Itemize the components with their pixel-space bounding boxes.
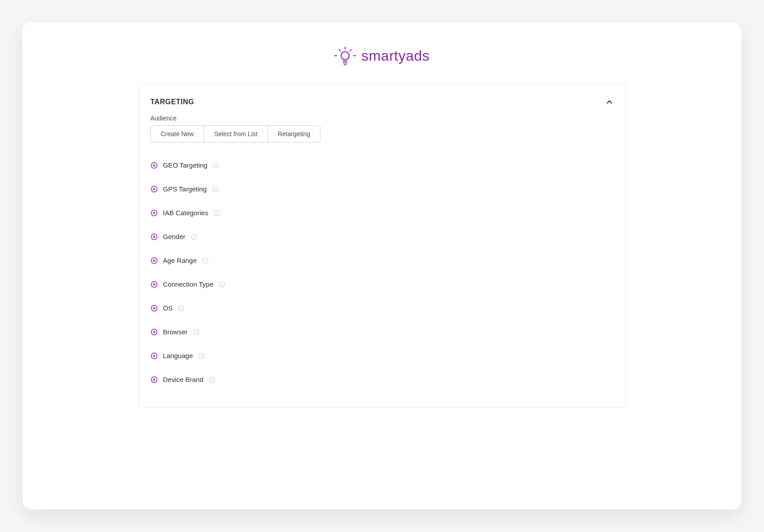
targeting-item-label: IAB Categories bbox=[163, 209, 209, 217]
info-icon[interactable] bbox=[202, 257, 209, 264]
panel-title: TARGETING bbox=[151, 98, 195, 106]
targeting-item-label: GEO Targeting bbox=[163, 161, 208, 169]
targeting-item-label: Browser bbox=[163, 328, 188, 336]
svg-rect-49 bbox=[181, 308, 182, 310]
svg-rect-26 bbox=[217, 211, 217, 212]
retargeting-button[interactable]: Retargeting bbox=[268, 126, 320, 142]
info-icon[interactable] bbox=[209, 377, 215, 383]
info-icon[interactable] bbox=[213, 210, 220, 216]
svg-rect-50 bbox=[181, 306, 182, 307]
svg-rect-43 bbox=[222, 284, 222, 286]
plus-circle-icon bbox=[151, 233, 158, 240]
svg-line-2 bbox=[350, 49, 351, 51]
svg-rect-61 bbox=[201, 355, 202, 357]
targeting-item-iab[interactable]: IAB Categories bbox=[151, 201, 614, 225]
svg-rect-31 bbox=[194, 236, 194, 238]
targeting-item-language[interactable]: Language bbox=[151, 344, 614, 368]
panel-header: TARGETING bbox=[151, 98, 614, 106]
plus-circle-icon bbox=[151, 352, 158, 359]
svg-rect-56 bbox=[196, 330, 196, 331]
plus-circle-icon bbox=[151, 209, 158, 217]
targeting-item-connection-type[interactable]: Connection Type bbox=[151, 272, 614, 296]
targeting-item-label: Age Range bbox=[163, 257, 197, 264]
targeting-item-gps[interactable]: GPS Targeting bbox=[151, 177, 614, 201]
svg-rect-13 bbox=[216, 165, 216, 167]
svg-rect-44 bbox=[222, 283, 222, 283]
svg-rect-20 bbox=[215, 187, 215, 188]
plus-circle-icon bbox=[151, 257, 158, 264]
targeting-item-label: Gender bbox=[163, 233, 186, 240]
svg-rect-68 bbox=[212, 378, 212, 378]
targeting-item-geo[interactable]: GEO Targeting bbox=[151, 153, 614, 177]
svg-rect-19 bbox=[215, 189, 215, 191]
svg-rect-37 bbox=[205, 260, 205, 262]
targeting-item-label: OS bbox=[163, 304, 173, 312]
app-card: smartyads TARGETING Audience Create New … bbox=[22, 22, 742, 510]
chevron-up-icon[interactable] bbox=[605, 98, 614, 106]
plus-circle-icon bbox=[151, 305, 158, 312]
targeting-item-label: Device Brand bbox=[163, 376, 204, 383]
targeting-item-os[interactable]: OS bbox=[151, 296, 614, 320]
plus-circle-icon bbox=[151, 376, 158, 383]
targeting-item-device-brand[interactable]: Device Brand bbox=[151, 368, 614, 391]
svg-rect-62 bbox=[201, 354, 202, 355]
info-icon[interactable] bbox=[213, 162, 219, 168]
plus-circle-icon bbox=[151, 162, 158, 169]
brand-name: smartyads bbox=[361, 48, 430, 64]
targeting-items-list: GEO Targeting GPS Targeting IAB Categori… bbox=[151, 153, 614, 391]
targeting-item-label: GPS Targeting bbox=[163, 185, 207, 193]
info-icon[interactable] bbox=[212, 186, 218, 192]
info-icon[interactable] bbox=[198, 353, 204, 359]
targeting-panel: TARGETING Audience Create New Select fro… bbox=[138, 84, 626, 408]
lightbulb-icon bbox=[334, 45, 356, 66]
svg-rect-38 bbox=[205, 259, 205, 259]
info-icon[interactable] bbox=[193, 329, 200, 335]
targeting-item-gender[interactable]: Gender bbox=[151, 225, 614, 248]
targeting-item-label: Connection Type bbox=[163, 280, 213, 288]
targeting-item-label: Language bbox=[163, 352, 193, 359]
svg-rect-67 bbox=[212, 379, 212, 381]
info-icon[interactable] bbox=[191, 234, 197, 240]
plus-circle-icon bbox=[151, 281, 158, 288]
audience-button-group: Create New Select from List Retargeting bbox=[151, 125, 321, 142]
svg-rect-25 bbox=[217, 213, 217, 214]
audience-label: Audience bbox=[151, 115, 614, 122]
svg-rect-32 bbox=[194, 235, 194, 235]
select-from-list-button[interactable]: Select from List bbox=[204, 126, 267, 142]
targeting-item-browser[interactable]: Browser bbox=[151, 320, 614, 344]
targeting-item-age-range[interactable]: Age Range bbox=[151, 248, 614, 272]
info-icon[interactable] bbox=[219, 281, 225, 288]
svg-line-3 bbox=[339, 49, 341, 51]
svg-point-0 bbox=[341, 52, 349, 60]
plus-circle-icon bbox=[151, 328, 158, 336]
create-new-button[interactable]: Create New bbox=[151, 126, 204, 142]
plus-circle-icon bbox=[151, 186, 158, 193]
brand-logo: smartyads bbox=[334, 45, 430, 66]
svg-rect-14 bbox=[216, 164, 216, 164]
svg-rect-55 bbox=[196, 332, 196, 333]
info-icon[interactable] bbox=[178, 305, 184, 311]
